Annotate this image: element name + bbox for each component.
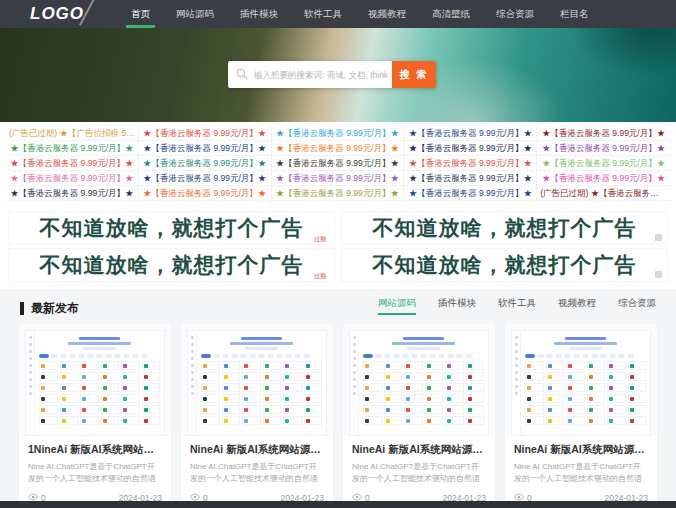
filter-chip (564, 354, 571, 358)
nav-item-2[interactable]: 插件模块 (227, 0, 291, 28)
app-icon (82, 419, 86, 423)
app-icon (203, 397, 207, 401)
search-input[interactable] (228, 61, 392, 88)
app-icon (406, 408, 410, 412)
sidebar-dot (353, 343, 356, 346)
text-ad-link[interactable]: ★【香港云服务器 9.99元/月】★ (272, 171, 405, 186)
app-grid-item (384, 383, 403, 392)
banner-ad[interactable]: 不知道放啥，就想打个广告 (341, 248, 668, 282)
app-icon (406, 397, 410, 401)
screenshot-meta-line (407, 347, 441, 350)
text-ad-link[interactable]: ★【香港云服务器 9.99元/月】★ (6, 171, 139, 186)
text-ad-link[interactable]: ★【香港云服务器 9.99元/月】★ (537, 156, 670, 171)
filter-chip (141, 354, 148, 358)
text-ad-link[interactable]: ★【香港云服务器 9.99元/月】★ (404, 141, 537, 156)
app-icon (386, 419, 390, 423)
app-grid-item (304, 361, 323, 370)
text-ad-link[interactable]: ★【香港云服务器 9.99元/月】★ (272, 141, 405, 156)
text-ad-link[interactable]: ★【香港云服务器 9.99元/月】★ (537, 126, 670, 141)
nav-item-5[interactable]: 高清壁纸 (419, 0, 483, 28)
nav-item-7[interactable]: 栏目名 (547, 0, 602, 28)
text-ad-link[interactable]: ★【香港云服务器 9.99元/月】★ (272, 156, 405, 171)
filter-chip (87, 354, 94, 358)
text-ad-link[interactable]: ★【香港云服务器 9.99元/月】★ (404, 171, 537, 186)
resource-card[interactable]: NineAi 新版AI系统网站源码 C...Nine AI.ChatGPT是基于… (505, 324, 657, 508)
card-thumbnail (19, 324, 171, 436)
filter-chip (627, 354, 634, 358)
app-grid-item (425, 394, 444, 403)
filter-chip (213, 354, 220, 358)
app-grid-item (80, 372, 99, 381)
app-icon (265, 364, 269, 368)
nav-item-1[interactable]: 网站源码 (163, 0, 227, 28)
app-icon (468, 386, 472, 390)
resource-card[interactable]: 1NineAi 新版AI系统网站源码 ...Nine AI.ChatGPT是基于… (19, 324, 171, 508)
nav-item-6[interactable]: 综合资源 (483, 0, 547, 28)
app-grid-item (101, 383, 120, 392)
nav-item-3[interactable]: 软件工具 (291, 0, 355, 28)
filter-chip (555, 354, 562, 358)
screenshot-title-line (403, 337, 444, 340)
text-ad-link[interactable]: (广告已过期) ★【香港云服务器 9... (537, 186, 670, 201)
text-ad-link[interactable]: ★【香港云服务器 9.99元/月】★ (6, 156, 139, 171)
app-icon (265, 397, 269, 401)
sidebar-dot (353, 364, 356, 367)
text-ad-link[interactable]: (广告已过期) ★【广告位招租 50... (6, 126, 139, 141)
tab-1[interactable]: 插件模块 (438, 297, 476, 315)
banner-ad[interactable]: 不知道放啥，就想打个广告过期 (8, 248, 335, 282)
text-ad-link[interactable]: ★【香港云服务器 9.99元/月】★ (139, 156, 272, 171)
app-icon (527, 397, 531, 401)
filter-chip (105, 354, 112, 358)
app-grid-item (142, 394, 161, 403)
app-grid-item (404, 394, 423, 403)
app-grid-item (121, 361, 140, 370)
tab-2[interactable]: 软件工具 (498, 297, 536, 315)
filter-chip (438, 354, 445, 358)
app-grid-item (466, 383, 485, 392)
text-ad-link[interactable]: ★【香港云服务器 9.99元/月】★ (272, 126, 405, 141)
search-icon (235, 67, 249, 81)
app-icon (589, 375, 593, 379)
logo[interactable]: LOGO (30, 4, 84, 24)
resource-card[interactable]: NineAi 新版AI系统网站源码 C...Nine AI.ChatGPT是基于… (181, 324, 333, 508)
cards-row: 1NineAi 新版AI系统网站源码 ...Nine AI.ChatGPT是基于… (0, 320, 676, 508)
app-icon (306, 386, 310, 390)
text-ad-link[interactable]: ★【香港云服务器 9.99元/月】★ (404, 126, 537, 141)
sidebar-dot (515, 378, 518, 381)
banner-ad[interactable]: 不知道放啥，就想打个广告过期 (8, 211, 335, 245)
text-ad-link[interactable]: ★【香港云服务器 9.99元/月】★ (6, 141, 139, 156)
app-icon (447, 419, 451, 423)
nav-item-4[interactable]: 视频教程 (355, 0, 419, 28)
sidebar-dot (191, 336, 194, 339)
app-grid-item (60, 416, 79, 425)
text-ad-link[interactable]: ★【香港云服务器 9.99元/月】★ (139, 186, 272, 201)
filter-chip (123, 354, 130, 358)
app-grid-item (242, 361, 261, 370)
filter-chip (114, 354, 121, 358)
search-button[interactable]: 搜 索 (392, 61, 436, 88)
text-ad-link[interactable]: ★【香港云服务器 9.99元/月】★ (6, 186, 139, 201)
text-ad-link[interactable]: ★【香港云服务器 9.99元/月】★ (404, 186, 537, 201)
text-ad-link[interactable]: ★【香港云服务器 9.99元/月】★ (139, 171, 272, 186)
banner-ads-section: 不知道放啥，就想打个广告过期不知道放啥，就想打个广告不知道放啥，就想打个广告过期… (0, 203, 676, 289)
text-ad-link[interactable]: ★【香港云服务器 9.99元/月】★ (537, 141, 670, 156)
app-icon (62, 364, 66, 368)
filter-chip (600, 354, 607, 358)
hero-banner: 搜 索 (0, 28, 676, 122)
app-icon (365, 408, 369, 412)
text-ad-link[interactable]: ★【香港云服务器 9.99元/月】★ (139, 126, 272, 141)
text-ad-link[interactable]: ★【香港云服务器 9.99元/月】★ (139, 141, 272, 156)
tab-4[interactable]: 综合资源 (618, 297, 656, 315)
banner-ad[interactable]: 不知道放啥，就想打个广告 (341, 211, 668, 245)
screenshot-main (35, 331, 164, 435)
app-icon (306, 375, 310, 379)
text-ad-link[interactable]: ★【香港云服务器 9.99元/月】★ (537, 171, 670, 186)
filter-chip (96, 354, 103, 358)
app-icon (527, 419, 531, 423)
tab-3[interactable]: 视频教程 (558, 297, 596, 315)
resource-card[interactable]: NineAi 新版AI系统网站源码 C...Nine AI.ChatGPT是基于… (343, 324, 495, 508)
nav-item-0[interactable]: 首页 (118, 0, 163, 28)
tab-0[interactable]: 网站源码 (378, 297, 416, 315)
text-ad-link[interactable]: ★【香港云服务器 9.99元/月】★ (404, 156, 537, 171)
text-ad-link[interactable]: ★【香港云服务器 9.99元/月】★ (272, 186, 405, 201)
